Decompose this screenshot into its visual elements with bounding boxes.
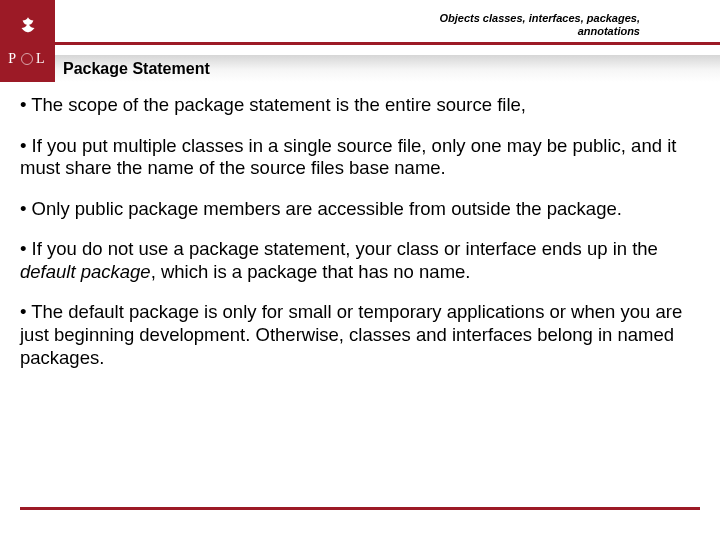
title-bar: Package Statement (55, 55, 720, 82)
logo-letters: P L (8, 51, 46, 67)
breadcrumb-line1: Objects classes, interfaces, packages, (439, 12, 640, 25)
header-divider (55, 42, 720, 45)
breadcrumb: Objects classes, interfaces, packages, a… (439, 12, 640, 37)
breadcrumb-line2: annotations (439, 25, 640, 38)
bullet-3: • Only public package members are access… (20, 198, 700, 221)
bullet-4: • If you do not use a package statement,… (20, 238, 700, 283)
gear-icon (21, 53, 33, 65)
university-logo: P L (0, 0, 55, 82)
bullet-4-pre: • If you do not use a package statement,… (20, 238, 658, 259)
slide-body: • The scope of the package statement is … (0, 82, 720, 369)
bullet-5: • The default package is only for small … (20, 301, 700, 369)
logo-letter-p: P (8, 51, 18, 67)
bullet-2: • If you put multiple classes in a singl… (20, 135, 700, 180)
footer-divider (20, 507, 700, 510)
slide-header: P L Objects classes, interfaces, package… (0, 0, 720, 82)
eagle-icon (15, 15, 41, 41)
bullet-4-italic: default package (20, 261, 151, 282)
bullet-4-post: , which is a package that has no name. (151, 261, 471, 282)
bullet-1: • The scope of the package statement is … (20, 94, 700, 117)
page-title: Package Statement (63, 60, 210, 78)
logo-letter-l: L (36, 51, 47, 67)
